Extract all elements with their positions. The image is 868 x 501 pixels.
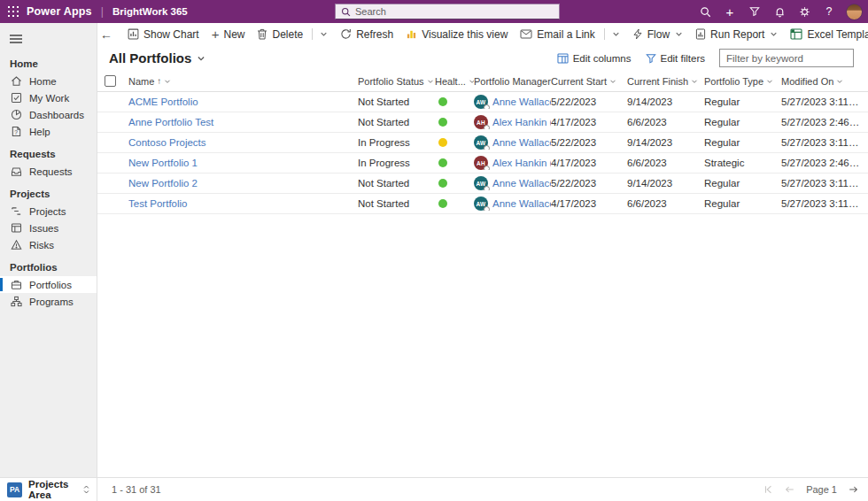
area-switcher[interactable]: PA Projects Area bbox=[0, 477, 97, 501]
sidebar-item-risks[interactable]: Risks bbox=[0, 236, 97, 253]
environment-name[interactable]: BrightWork 365 bbox=[112, 6, 188, 17]
view-selector[interactable]: All Portfolios bbox=[109, 50, 205, 66]
edit-columns-button[interactable]: Edit columns bbox=[557, 53, 632, 64]
sidebar-item-requests[interactable]: Requests bbox=[0, 163, 97, 180]
account-menu[interactable] bbox=[841, 0, 866, 23]
add-icon[interactable]: + bbox=[717, 0, 742, 23]
sidebar-item-programs[interactable]: Programs bbox=[0, 293, 97, 310]
sidebar-item-help[interactable]: ? Help bbox=[0, 123, 97, 140]
portfolio-name-link[interactable]: Anne Portfolio Test bbox=[128, 117, 213, 127]
sidebar-item-home[interactable]: Home bbox=[0, 73, 97, 89]
briefcase-icon bbox=[10, 279, 22, 290]
portfolio-manager-cell: AW Anne Wallace (Offl... bbox=[474, 95, 551, 109]
manager-link[interactable]: Anne Wallace (Offl... bbox=[492, 96, 551, 107]
collapse-sitemap-icon[interactable] bbox=[0, 28, 97, 50]
delete-button[interactable]: Delete bbox=[251, 25, 334, 44]
manager-link[interactable]: Alex Hankin (Offlin... bbox=[492, 158, 551, 168]
chevron-down-icon[interactable] bbox=[427, 78, 434, 85]
column-header-current-start[interactable]: Current Start bbox=[551, 76, 627, 87]
excel-templates-button[interactable]: Excel Templates bbox=[784, 25, 868, 44]
table-row[interactable]: Test Portfolio Not Started AW Anne Walla… bbox=[97, 194, 868, 214]
flow-button[interactable]: Flow bbox=[626, 25, 689, 44]
portfolio-name-link[interactable]: ACME Portfolio bbox=[128, 96, 198, 107]
column-header-portfolio-manager[interactable]: Portfolio Manager bbox=[474, 76, 551, 87]
sidebar-item-portfolios[interactable]: Portfolios bbox=[0, 276, 97, 293]
select-all-checkbox[interactable] bbox=[105, 75, 116, 87]
portfolio-status-value: In Progress bbox=[358, 137, 435, 148]
settings-gear-icon[interactable] bbox=[792, 0, 817, 23]
table-row[interactable]: Anne Portfolio Test Not Started AH Alex … bbox=[97, 112, 868, 133]
warning-triangle-icon bbox=[10, 239, 22, 250]
back-button[interactable]: ← bbox=[100, 25, 112, 44]
table-row[interactable]: Contoso Projects In Progress AW Anne Wal… bbox=[97, 133, 868, 153]
manager-link[interactable]: Alex Hankin (Offlin... bbox=[492, 117, 551, 127]
filter-icon bbox=[646, 53, 656, 64]
column-header-modified-on[interactable]: Modified On bbox=[781, 76, 868, 87]
status-bar: 1 - 31 of 31 Page 1 bbox=[97, 477, 868, 501]
run-report-button[interactable]: Run Report bbox=[689, 25, 784, 44]
user-avatar[interactable] bbox=[846, 4, 863, 20]
column-header-current-finish[interactable]: Current Finish bbox=[627, 76, 704, 87]
filter-icon[interactable] bbox=[742, 0, 767, 23]
sidebar-item-label: Help bbox=[29, 127, 50, 137]
table-row[interactable]: New Portfolio 2 Not Started AW Anne Wall… bbox=[97, 173, 868, 194]
refresh-button[interactable]: Refresh bbox=[334, 25, 399, 44]
area-switch-icon[interactable] bbox=[81, 484, 91, 495]
manager-link[interactable]: Anne Wallace (Offl... bbox=[492, 178, 551, 189]
portfolio-name-link[interactable]: Contoso Projects bbox=[128, 137, 206, 148]
chevron-down-icon[interactable] bbox=[320, 30, 328, 38]
sidebar-item-label: Dashboards bbox=[29, 110, 84, 120]
portfolio-name-link[interactable]: New Portfolio 1 bbox=[128, 158, 198, 168]
brand-title[interactable]: Power Apps bbox=[27, 5, 92, 18]
sidebar-item-my-work[interactable]: My Work bbox=[0, 89, 97, 106]
keyword-filter-input[interactable] bbox=[719, 49, 854, 67]
email-link-button[interactable]: Email a Link bbox=[514, 25, 625, 44]
modified-on-value: 5/27/2023 3:11 PM bbox=[781, 137, 868, 148]
sidebar-item-dashboards[interactable]: Dashboards bbox=[0, 106, 97, 123]
sidebar-item-issues[interactable]: Issues bbox=[0, 220, 97, 236]
notifications-icon[interactable] bbox=[767, 0, 792, 23]
portfolio-type-value: Regular bbox=[704, 178, 781, 189]
chevron-down-icon[interactable] bbox=[675, 30, 683, 38]
column-header-health[interactable]: Healt... bbox=[435, 76, 474, 87]
org-chart-icon bbox=[10, 296, 22, 307]
column-header-portfolio-status[interactable]: Portfolio Status bbox=[358, 76, 435, 87]
manager-link[interactable]: Anne Wallace (Offl... bbox=[492, 137, 551, 148]
trash-icon bbox=[257, 28, 267, 40]
waffle-icon[interactable] bbox=[0, 6, 27, 17]
sidebar-item-projects[interactable]: Projects bbox=[0, 203, 97, 220]
chevron-down-icon[interactable] bbox=[609, 78, 616, 85]
show-chart-button[interactable]: Show Chart bbox=[121, 25, 205, 44]
chevron-down-icon[interactable] bbox=[612, 30, 620, 38]
next-page-icon[interactable] bbox=[848, 484, 859, 495]
health-dot bbox=[438, 138, 447, 147]
portfolio-name-link[interactable]: Test Portfolio bbox=[128, 198, 187, 209]
chevron-down-icon[interactable] bbox=[164, 78, 171, 85]
current-start-value: 4/17/2023 bbox=[551, 117, 627, 127]
global-search-box[interactable]: Search bbox=[335, 4, 560, 19]
area-label: Projects Area bbox=[28, 479, 75, 500]
search-icon[interactable] bbox=[693, 0, 717, 23]
help-icon[interactable]: ? bbox=[817, 0, 841, 23]
column-label: Current Start bbox=[551, 76, 607, 87]
first-page-icon[interactable] bbox=[763, 484, 773, 495]
table-row[interactable]: New Portfolio 1 In Progress AH Alex Hank… bbox=[97, 153, 868, 173]
table-row[interactable]: ACME Portfolio Not Started AW Anne Walla… bbox=[97, 92, 868, 112]
chevron-down-icon[interactable] bbox=[766, 78, 773, 85]
manager-link[interactable]: Anne Wallace (Offl... bbox=[492, 198, 551, 209]
chevron-down-icon[interactable] bbox=[691, 78, 698, 85]
portfolio-name-link[interactable]: New Portfolio 2 bbox=[128, 178, 198, 189]
sidebar-item-label: My Work bbox=[29, 93, 69, 104]
previous-page-icon[interactable] bbox=[784, 484, 795, 495]
visualize-view-button[interactable]: Visualize this view bbox=[399, 25, 514, 44]
new-button[interactable]: + New bbox=[205, 25, 252, 44]
sidebar-group-projects: Projects bbox=[0, 180, 97, 203]
button-label: Flow bbox=[647, 28, 670, 41]
checkbox-task-icon bbox=[10, 92, 22, 104]
column-header-portfolio-type[interactable]: Portfolio Type bbox=[704, 76, 781, 87]
health-dot bbox=[438, 158, 447, 167]
chevron-down-icon[interactable] bbox=[836, 78, 843, 85]
chevron-down-icon[interactable] bbox=[770, 30, 778, 38]
column-header-name[interactable]: Name ↑ bbox=[128, 76, 358, 87]
edit-filters-button[interactable]: Edit filters bbox=[646, 53, 706, 64]
